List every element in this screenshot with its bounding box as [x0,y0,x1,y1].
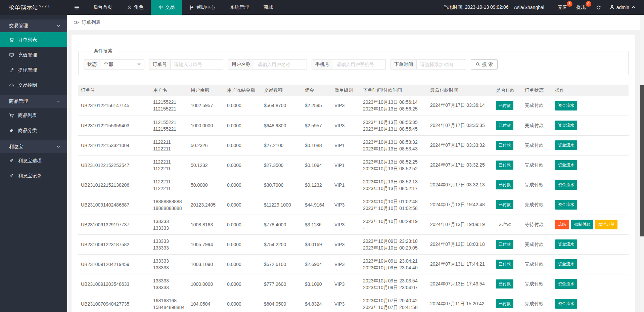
sidebar-group-9[interactable]: 利息宝 [0,140,67,153]
cell-order-pay-time: 2023年10月10日 00:29:19- [360,215,427,234]
nav-item-4[interactable]: 帮助中心 [182,0,223,15]
cell-frozen: 0.0000 [224,116,261,135]
cart-icon [9,113,14,118]
sidebar-item-8[interactable]: 商品分类 [0,123,67,138]
cell-actions: 资金流水 [552,274,629,294]
cell-amount: $754.2200 [261,234,302,254]
cell-actions: 资金流水 [552,294,629,312]
cell-pay-status: 未付款 [493,215,522,234]
cell-last-pay-time: 2024年07月17日 03:36:14 [427,96,493,116]
action-button-资金流水[interactable]: 资金流水 [555,299,577,309]
nav-item-3[interactable]: 交易 [151,0,182,15]
cell-last-pay-time: 2024年07月13日 17:44:21 [427,254,493,274]
nav-item-5[interactable]: 系统管理 [223,0,256,15]
sidebar-item-2[interactable]: 订单列表 [0,32,67,47]
cell-order-no: UB2310070940427735 [78,294,150,312]
action-button-资金流水[interactable]: 资金流水 [555,259,577,269]
action-button-强制付款[interactable]: 强制付款 [571,220,593,229]
user-menu[interactable]: admin [606,5,639,10]
phone-input[interactable] [333,59,386,70]
sidebar-item-5[interactable]: 交易控制 [0,78,67,93]
sidebar-item-11[interactable]: 利息宝记录 [0,168,67,183]
status-select[interactable]: 全部 [100,59,144,70]
search-button[interactable]: 搜 索 [471,59,498,70]
username-line: 168168168 [153,297,185,304]
nav-item-1[interactable]: 后台首页 [86,0,120,15]
timezone: Asia/Shanghai [514,5,544,10]
sidebar-item-7[interactable]: 商品列表 [0,108,67,123]
sidebar-group-6[interactable]: 商品管理 [0,95,67,108]
action-button-资金流水[interactable]: 资金流水 [555,101,577,110]
action-button-资金流水[interactable]: 资金流水 [555,180,577,190]
cell-order-status: 完成付款 [522,294,552,312]
action-button-冻结[interactable]: 冻结 [555,220,569,229]
sidebar-group-1[interactable]: 交易管理 [0,19,67,32]
cell-order-pay-time: 2023年10月07日 20:40:422023年10月07日 20:41:58 [360,294,427,312]
orders-table-body: UB23101221561471451121552211121552211002… [78,96,629,312]
phone-label: 手机号 [312,59,333,70]
cell-vip-level: VIP3 [332,294,360,312]
time-line: 2023年10月09日 23:03:54 [363,277,425,284]
sidebar-group-label: 商品管理 [9,98,28,104]
pay-status-badge: 已付款 [496,260,513,269]
cell-username: 133333133333 [150,234,188,254]
order-time-input[interactable] [416,59,466,70]
topbar-right: 当地时间: 2023-10-13 09:02:06 Asia/Shanghai … [444,0,644,15]
time-line: 2023年10月09日 23:23:18 [363,238,425,244]
pay-status-badge: 已付款 [496,101,513,110]
nav-item-label: 商城 [264,4,273,10]
cell-pay-status: 已付款 [493,155,522,175]
scale-icon [158,5,163,10]
table-row: UB23100913291977371333331333331008.81630… [78,215,629,234]
username-input[interactable] [254,59,307,70]
cell-username: 112155221112155221 [150,96,188,116]
sidebar-item-3[interactable]: 充值管理 [0,47,67,62]
time-line: 2023年10月13日 08:55:35 [363,119,425,126]
scrollbar-thumb[interactable] [640,85,644,236]
cell-balance: 1003.1090 [188,254,224,274]
cell-amount: $777.2600 [261,274,302,294]
sidebar-item-10[interactable]: 利息宝选项 [0,153,67,168]
nav-item-2[interactable]: 角色 [120,0,151,15]
phone-filter: 手机号 [312,59,386,70]
action-button-资金流水[interactable]: 资金流水 [555,121,577,130]
time-line: 2023年10月13日 08:56:14 [363,99,425,105]
cell-order-no: UB2310122153321004 [78,135,150,155]
action-button-资金流水[interactable]: 资金流水 [555,160,577,170]
cell-frozen: 0.0000 [224,195,261,215]
username-line: 133333 [153,225,185,231]
withdraw-label: 提现 [577,4,586,10]
withdraw-link[interactable]: 提现 0 [572,4,591,10]
link-icon [9,173,14,178]
username-line: 18888888888 [153,205,185,212]
cell-vip-level: VIP1 [332,155,360,175]
cell-order-status: 完成付款 [522,274,552,294]
page-scrollbar[interactable] [640,15,644,312]
cell-vip-level: VIP3 [332,195,360,215]
sidebar: 交易管理订单列表充值管理提现管理交易控制商品管理商品列表商品分类利息宝利息宝选项… [0,15,67,312]
action-button-资金流水[interactable]: 资金流水 [555,279,577,289]
order-no-input[interactable] [170,59,223,70]
time-line: 2023年10月13日 08:52:13 [363,178,425,185]
sidebar-item-4[interactable]: 提现管理 [0,62,67,78]
recharge-link[interactable]: 充值 3 [553,4,572,10]
table-row: UB23100914024868871888888888818888888888… [78,195,629,215]
search-button-label: 搜 索 [482,61,493,68]
action-button-取消订单[interactable]: 取消订单 [595,220,617,229]
column-header: 佣金 [302,85,332,96]
username-line: 1122211 [153,165,185,172]
action-button-资金流水[interactable]: 资金流水 [555,239,577,249]
hamburger-icon[interactable] [67,0,86,15]
action-button-资金流水[interactable]: 资金流水 [555,140,577,150]
action-button-资金流水[interactable]: 资金流水 [555,200,577,210]
refresh-icon[interactable] [591,5,606,10]
cell-commission: $2.5957 [302,116,332,135]
pay-status-badge: 已付款 [496,161,513,170]
column-header: 用户名 [150,85,188,96]
cell-actions: 资金流水 [552,254,629,274]
status-select-value: 全部 [104,61,113,68]
username-line: 133333 [153,264,185,271]
filter-row: 状态 全部 订单号 用户名称 手机 [84,59,623,70]
nav-item-6[interactable]: 商城 [256,0,280,15]
cell-username: 133333133333 [150,254,188,274]
